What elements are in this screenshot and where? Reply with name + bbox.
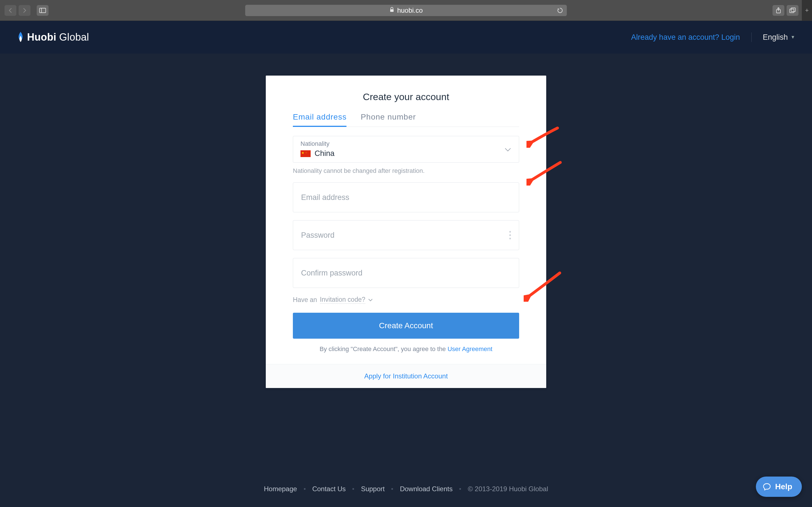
agreement-text: By clicking "Create Account", you agree … (293, 345, 519, 353)
footer-copyright: © 2013-2019 Huobi Global (468, 485, 548, 493)
show-tabs-button[interactable] (787, 5, 799, 16)
footer-links: Homepage Contact Us Support Download Cli… (0, 485, 812, 493)
card-footer: Apply for Institution Account (266, 364, 546, 388)
invite-link-text: Invitation code? (320, 296, 365, 304)
plus-icon: + (805, 7, 809, 14)
card-body: Email address Phone number Nationality C… (266, 113, 546, 364)
caret-down-icon: ▼ (791, 35, 795, 40)
confirm-password-input[interactable] (293, 258, 519, 288)
nationality-hint: Nationality cannot be changed after regi… (293, 167, 519, 175)
browser-chrome: huobi.co + (0, 0, 812, 21)
dot-separator (304, 488, 306, 490)
address-bar[interactable]: huobi.co (245, 5, 567, 16)
confirm-password-field-wrapper (293, 258, 519, 288)
footer-link-support[interactable]: Support (361, 485, 385, 493)
header-divider (751, 33, 752, 42)
footer-link-download[interactable]: Download Clients (400, 485, 452, 493)
back-button[interactable] (4, 5, 16, 16)
tabs: Email address Phone number (293, 113, 519, 127)
institution-account-link[interactable]: Apply for Institution Account (364, 372, 448, 380)
invitation-code-toggle[interactable]: Have an Invitation code? (293, 296, 519, 304)
create-account-button[interactable]: Create Account (293, 313, 519, 339)
svg-rect-6 (791, 8, 795, 11)
email-field-wrapper (293, 182, 519, 212)
user-agreement-link[interactable]: User Agreement (447, 345, 492, 352)
invite-prefix: Have an (293, 296, 317, 304)
svg-rect-2 (390, 9, 393, 12)
chat-icon (763, 483, 771, 491)
share-icon (775, 7, 781, 13)
forward-button[interactable] (19, 5, 31, 16)
signup-card: Create your account Email address Phone … (266, 75, 546, 388)
header-right: Already have an account? Login English ▼ (631, 33, 795, 42)
reload-icon (557, 7, 563, 13)
svg-rect-5 (790, 9, 794, 13)
password-field-wrapper (293, 220, 519, 250)
reload-button[interactable] (556, 6, 564, 14)
lock-icon (389, 7, 394, 14)
main-content: Create your account Email address Phone … (0, 54, 812, 474)
language-label: English (763, 33, 788, 42)
brand[interactable]: Huobi Global (17, 31, 89, 43)
flame-icon (17, 32, 24, 43)
chevron-left-icon (8, 8, 13, 13)
url-text: huobi.co (397, 6, 423, 14)
nationality-select[interactable]: Nationality China (293, 136, 519, 163)
dot-separator (459, 488, 461, 490)
footer-link-contact[interactable]: Contact Us (312, 485, 346, 493)
chevron-down-icon (505, 145, 511, 154)
flag-icon (301, 150, 311, 157)
tabs-icon (790, 8, 796, 13)
tab-email[interactable]: Email address (293, 113, 346, 127)
password-input[interactable] (293, 221, 519, 250)
chevron-down-icon (368, 297, 373, 303)
email-input[interactable] (293, 183, 519, 212)
nationality-value: China (315, 149, 335, 158)
help-widget[interactable]: Help (756, 476, 802, 497)
dot-separator (391, 488, 393, 490)
brand-text: Huobi Global (27, 31, 89, 43)
footer-link-homepage[interactable]: Homepage (264, 485, 297, 493)
tab-phone[interactable]: Phone number (361, 113, 416, 127)
svg-rect-0 (40, 8, 46, 13)
new-tab-button[interactable]: + (802, 0, 812, 21)
share-button[interactable] (772, 5, 784, 16)
sidebar-toggle-button[interactable] (37, 5, 49, 16)
login-link[interactable]: Already have an account? Login (631, 33, 740, 42)
chrome-right: + (772, 0, 808, 21)
nationality-value-row: China (301, 149, 511, 158)
sidebar-icon (39, 8, 46, 13)
password-strength-icon (509, 231, 511, 239)
language-select[interactable]: English ▼ (763, 33, 795, 42)
dot-separator (353, 488, 354, 490)
site-footer: Homepage Contact Us Support Download Cli… (0, 474, 812, 507)
chevron-right-icon (22, 8, 27, 13)
help-label: Help (775, 482, 792, 491)
nav-buttons (4, 5, 49, 16)
site-header: Huobi Global Already have an account? Lo… (0, 21, 812, 54)
card-title: Create your account (266, 75, 546, 113)
nationality-label: Nationality (301, 140, 511, 148)
